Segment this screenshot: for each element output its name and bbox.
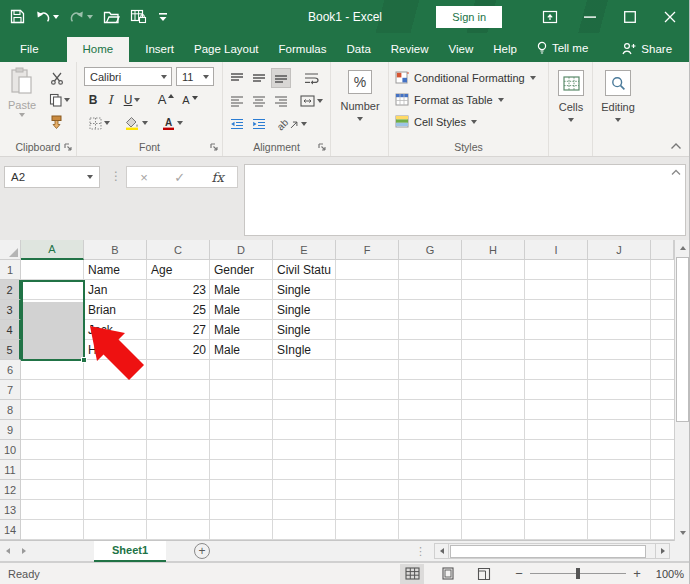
grid-cell[interactable]: Male (210, 300, 273, 320)
alignment-dialog-launcher-icon[interactable] (318, 143, 327, 152)
shrink-font-button[interactable]: A (179, 90, 201, 110)
scroll-down-button[interactable] (675, 525, 690, 541)
row-header-5[interactable]: 5 (0, 340, 21, 360)
protect-workbook-icon[interactable] (130, 9, 147, 24)
tab-help[interactable]: Help (483, 37, 527, 62)
column-header-b[interactable]: B (84, 240, 147, 260)
decrease-indent-button[interactable] (227, 114, 247, 134)
column-header-e[interactable]: E (273, 240, 336, 260)
row-header-8[interactable]: 8 (0, 400, 21, 420)
zoom-in-button[interactable]: + (630, 566, 644, 581)
bottom-align-button[interactable] (271, 68, 291, 88)
tab-file[interactable]: File (6, 37, 53, 62)
borders-button[interactable] (85, 113, 113, 133)
format-painter-button[interactable] (44, 112, 70, 132)
cell-styles-button[interactable]: Cell Styles (395, 115, 477, 128)
row-header-7[interactable]: 7 (0, 380, 21, 400)
cells-button[interactable]: Cells (553, 70, 589, 122)
name-box-dropdown-icon[interactable] (81, 167, 99, 187)
grid-cell[interactable]: Male (210, 340, 273, 360)
save-icon[interactable] (10, 9, 25, 24)
vertical-scroll-thumb[interactable] (676, 257, 689, 422)
align-right-button[interactable] (271, 91, 291, 111)
fill-color-button[interactable] (121, 113, 151, 133)
paste-button[interactable]: Paste (4, 67, 40, 117)
font-size-dropdown-icon[interactable] (203, 75, 209, 79)
cut-button[interactable] (44, 68, 70, 88)
italic-button[interactable]: I (103, 90, 117, 110)
scroll-up-button[interactable] (675, 240, 690, 256)
column-header-a[interactable]: A (21, 240, 84, 260)
cancel-entry-icon[interactable]: × (140, 170, 148, 185)
vertical-scrollbar[interactable] (674, 240, 690, 541)
row-header-13[interactable]: 13 (0, 500, 21, 520)
grid-cell[interactable]: Gender (210, 260, 273, 280)
number-format-dropdown-icon[interactable] (357, 117, 363, 121)
grid-cell[interactable]: Single (273, 280, 336, 300)
formula-input[interactable] (244, 164, 686, 236)
undo-dropdown-icon[interactable] (53, 15, 59, 19)
collapse-formula-bar-icon[interactable] (671, 169, 681, 176)
copy-dropdown-icon[interactable] (64, 98, 70, 102)
grid-cell[interactable]: Single (273, 320, 336, 340)
grid-cell[interactable]: Male (210, 280, 273, 300)
underline-dropdown-icon[interactable] (134, 98, 140, 102)
copy-button[interactable] (44, 90, 74, 110)
font-family-combo[interactable]: Calibri (84, 67, 172, 86)
scroll-right-button[interactable] (655, 543, 670, 559)
tab-view[interactable]: View (439, 37, 484, 62)
grid-cell[interactable]: SIngle (273, 340, 336, 360)
tab-page-layout[interactable]: Page Layout (184, 37, 269, 62)
wrap-text-button[interactable] (299, 68, 323, 88)
tab-home[interactable]: Home (67, 37, 130, 62)
column-header-d[interactable]: D (210, 240, 273, 260)
row-header-9[interactable]: 9 (0, 420, 21, 440)
page-break-preview-button[interactable] (472, 564, 496, 584)
editing-button[interactable]: Editing (599, 70, 637, 122)
grid-cell[interactable]: Name (84, 260, 147, 280)
row-header-11[interactable]: 11 (0, 460, 21, 480)
sheet-tab-sheet1[interactable]: Sheet1 (94, 541, 166, 562)
enter-entry-icon[interactable]: ✓ (174, 170, 185, 185)
horizontal-scrollbar[interactable] (434, 543, 670, 559)
sign-in-button[interactable]: Sign in (436, 6, 502, 28)
paste-dropdown-icon[interactable] (19, 113, 25, 117)
align-left-button[interactable] (227, 91, 247, 111)
row-header-10[interactable]: 10 (0, 440, 21, 460)
horizontal-scroll-track[interactable] (449, 543, 655, 559)
clipboard-dialog-launcher-icon[interactable] (64, 143, 73, 152)
font-color-dropdown-icon[interactable] (177, 121, 183, 125)
tell-me-button[interactable]: Tell me (527, 35, 598, 62)
align-center-button[interactable] (249, 91, 269, 111)
cells-dropdown-icon[interactable] (568, 118, 574, 122)
redo-button[interactable] (69, 10, 93, 24)
font-size-combo[interactable]: 11 (176, 67, 214, 86)
fill-color-dropdown-icon[interactable] (142, 121, 148, 125)
grid-cell[interactable]: Single (273, 300, 336, 320)
tab-data[interactable]: Data (337, 37, 381, 62)
grid-cell[interactable]: Jan (84, 280, 147, 300)
cell-styles-dropdown-icon[interactable] (471, 120, 477, 124)
minimize-button[interactable] (570, 0, 610, 33)
row-header-14[interactable]: 14 (0, 520, 21, 540)
format-as-table-button[interactable]: Format as Table (395, 93, 504, 106)
redo-dropdown-icon[interactable] (87, 15, 93, 19)
normal-view-button[interactable] (400, 564, 424, 584)
ribbon-display-options-icon[interactable] (530, 0, 570, 33)
merge-center-dropdown-icon[interactable] (317, 99, 323, 103)
grid-cell[interactable]: 23 (147, 280, 210, 300)
name-box[interactable]: A2 (4, 166, 100, 188)
tab-formulas[interactable]: Formulas (269, 37, 337, 62)
font-dialog-launcher-icon[interactable] (210, 143, 219, 152)
column-header-h[interactable]: H (462, 240, 525, 260)
grid-cell[interactable]: Male (210, 320, 273, 340)
maximize-button[interactable] (610, 0, 650, 33)
row-header-4[interactable]: 4 (0, 320, 21, 340)
bold-button[interactable]: B (85, 90, 101, 110)
select-all-button[interactable] (0, 240, 21, 260)
page-layout-view-button[interactable] (436, 564, 460, 584)
horizontal-scroll-thumb[interactable] (450, 545, 646, 558)
customize-qat-icon[interactable] (157, 12, 169, 22)
number-format-button[interactable]: % Number (339, 70, 381, 121)
underline-button[interactable]: U (119, 90, 145, 110)
